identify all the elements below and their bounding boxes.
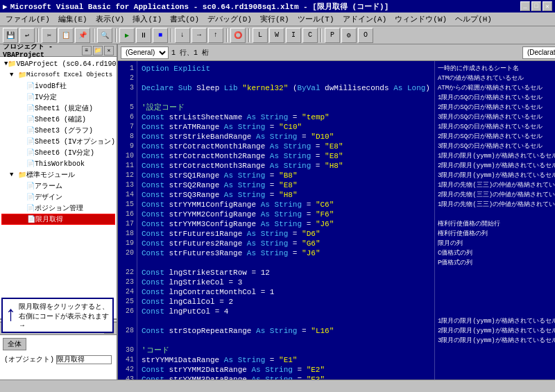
- toolbar: 💾 ↩ ✂ 📋 📌 🔍 ▶ ⏸ ■ ↓ → ↑ ⭕ L W I C P ⚙ O: [0, 26, 555, 44]
- stop-button[interactable]: ■: [153, 28, 168, 43]
- status-text: 1 行、1 桁: [171, 48, 209, 58]
- code-line-4: [142, 93, 430, 103]
- tree-sheet6-kakunin[interactable]: 📄 Sheet6 (確認): [1, 114, 115, 125]
- step-out-button[interactable]: ↑: [208, 28, 223, 43]
- call-stack-button[interactable]: C: [302, 28, 318, 43]
- comment-line-16: [438, 210, 555, 219]
- cut-button[interactable]: ✂: [42, 28, 57, 43]
- toolbar-separator-3: [115, 28, 117, 42]
- find-button[interactable]: 🔍: [97, 28, 112, 43]
- menu-edit[interactable]: 編集(E): [54, 12, 92, 26]
- declarations-dropdown[interactable]: (Declarations): [522, 46, 555, 59]
- comment-line-15: 1限月の先物(三三)の仲値が格納されているセル: [438, 200, 555, 210]
- comment-line-27: 1限月の限月(yymm)が格納されているセル: [438, 316, 555, 326]
- title-buttons: _ □ ✕: [520, 1, 552, 11]
- code-line-10: Const strCotractMonth2Range As String = …: [142, 151, 430, 161]
- code-line-11: Const strCotractMonth3Range As String = …: [142, 161, 430, 171]
- menu-view[interactable]: 表示(V): [92, 12, 129, 26]
- restore-button[interactable]: □: [531, 1, 541, 11]
- annotation-line1: 限月取得をクリックすると、: [19, 302, 109, 310]
- menu-help[interactable]: ヘルプ(H): [451, 12, 496, 26]
- tree-label-thisworkbook: ThisWorkbook: [35, 160, 85, 168]
- tree-iv-bunki[interactable]: 📄 IV分定: [1, 92, 115, 103]
- tree-icon-iv: 📄: [26, 93, 35, 101]
- tree-sheet5[interactable]: 📄 Sheet5 (IVオプション): [1, 136, 115, 147]
- properties-table: (オブジェクト): [3, 353, 114, 366]
- menu-tools[interactable]: ツール(T): [293, 12, 339, 26]
- property-value[interactable]: [56, 355, 112, 364]
- tree-sheet1[interactable]: 📄 Sheet1 (規定値): [1, 103, 115, 114]
- tree-gengetsu[interactable]: 📄 限月取得: [1, 214, 115, 225]
- menu-run[interactable]: 実行(R): [256, 12, 293, 26]
- comment-line-13: 1限月の先物(三三)の仲値が格納されているセル: [438, 180, 555, 190]
- step-over-button[interactable]: →: [191, 28, 207, 43]
- view-code-button[interactable]: ≡: [82, 46, 92, 56]
- tab-alphabetical[interactable]: 全体: [3, 338, 26, 350]
- close-button[interactable]: ✕: [543, 1, 552, 11]
- tree-sheet3-graph[interactable]: 📄 Sheet3 (グラフ): [1, 125, 115, 136]
- tree-label-ivodbf: ivodBf社: [35, 81, 67, 91]
- copy-button[interactable]: 📋: [58, 28, 74, 43]
- line-numbers: 1 2 3 5 6 7 8 9 10 11 12 13 14 15 16 17 …: [118, 61, 137, 381]
- tree-label-alarm: アラーム: [35, 181, 62, 191]
- save-button[interactable]: 💾: [3, 28, 18, 43]
- breakpoint-button[interactable]: ⭕: [230, 28, 246, 43]
- comment-line-17: 権利行使価格の開始行: [438, 219, 555, 229]
- locals-button[interactable]: L: [253, 28, 268, 43]
- minimize-button[interactable]: _: [520, 1, 530, 11]
- code-line-20: Const strFutures3Range As String = "J6": [142, 248, 430, 258]
- toggle-folders-button[interactable]: 📁: [93, 46, 103, 56]
- tree-label-gengetsu: 限月取得: [35, 214, 63, 224]
- code-line-23: Const lngStrikeCol = 3: [142, 278, 430, 287]
- run-button[interactable]: ▶: [119, 28, 135, 43]
- properties-button[interactable]: ⚙: [341, 28, 357, 43]
- tree-vbaproject[interactable]: ▼ 📁 VBAProject (sc0.64.rd1908sq1.xls...: [1, 58, 115, 69]
- immediate-button[interactable]: I: [286, 28, 301, 43]
- code-content: Option Explicit Declare Sub Sleep Lib "k…: [137, 61, 434, 381]
- project-explorer-button[interactable]: P: [325, 28, 340, 43]
- tree-position[interactable]: 📄 ポジション管理: [1, 203, 115, 214]
- toolbar-separator-4: [171, 28, 172, 42]
- app-icon: ▶: [3, 2, 8, 11]
- tree-label-position: ポジション管理: [35, 203, 83, 213]
- watch-button[interactable]: W: [269, 28, 284, 43]
- tree-sheet6-ivbunki[interactable]: 📄 Sheet6 (IV分定): [1, 147, 115, 158]
- menu-addin[interactable]: アドイン(A): [339, 12, 391, 26]
- menu-window[interactable]: ウィンドウ(W): [391, 12, 451, 26]
- pause-button[interactable]: ⏸: [136, 28, 151, 43]
- code-line-22: Const lngStrikeStartRow = 12: [142, 268, 430, 278]
- code-line-21: [142, 258, 430, 268]
- comment-line-2: ATMの値が格納されているセル: [438, 74, 555, 83]
- code-area[interactable]: 1 2 3 5 6 7 8 9 10 11 12 13 14 15 16 17 …: [118, 61, 555, 381]
- property-name: (オブジェクト): [4, 355, 55, 364]
- object-browser-button[interactable]: O: [358, 28, 373, 43]
- status-bar: [0, 380, 555, 392]
- tree-design[interactable]: 📄 デザイン: [1, 191, 115, 203]
- undo-button[interactable]: ↩: [19, 28, 35, 43]
- tree-ivodbf[interactable]: 📄 ivodBf社: [1, 80, 115, 92]
- toolbar-separator-7: [321, 28, 322, 42]
- close-project-button[interactable]: ✕: [104, 46, 114, 56]
- property-row: (オブジェクト): [4, 355, 112, 364]
- code-line-7: Const strATMRange As String = "C10": [142, 122, 430, 132]
- code-rows: Option Explicit Declare Sub Sleep Lib "k…: [137, 61, 555, 381]
- tree-excel-objects[interactable]: ▼ 📁 Microsoft Excel Objects: [1, 69, 115, 80]
- step-into-button[interactable]: ↓: [175, 28, 190, 43]
- menu-format[interactable]: 書式(O): [166, 12, 203, 26]
- menu-insert[interactable]: 挿入(I): [128, 12, 166, 26]
- tree-label-design: デザイン: [35, 192, 62, 202]
- paste-button[interactable]: 📌: [75, 28, 90, 43]
- code-line-26: Const lngPutCol = 4: [142, 307, 430, 316]
- tree-label-excel: Microsoft Excel Objects: [26, 71, 112, 78]
- tree-thisworkbook[interactable]: 📄 ThisWorkbook: [1, 158, 115, 169]
- tree-alarm[interactable]: 📄 アラーム: [1, 180, 115, 191]
- procedure-dropdown[interactable]: (General): [121, 46, 169, 59]
- menu-debug[interactable]: デバッグ(D): [203, 12, 256, 26]
- code-toolbar: (General) 1 行、1 桁 (Declarations): [118, 44, 555, 61]
- tree-standard-module[interactable]: ▼ 📁 標準モジュール: [1, 169, 115, 180]
- main-layout: プロジェクト - VBAProject ≡ 📁 ✕ ▼ 📁 VBAProject…: [0, 44, 555, 392]
- code-line-6: Const strListSheetName As String = "temp…: [142, 112, 430, 122]
- menu-file[interactable]: ファイル(F): [1, 12, 54, 26]
- tree-icon-std: 📁: [18, 171, 26, 179]
- comment-line-19: 限月の列: [438, 239, 555, 248]
